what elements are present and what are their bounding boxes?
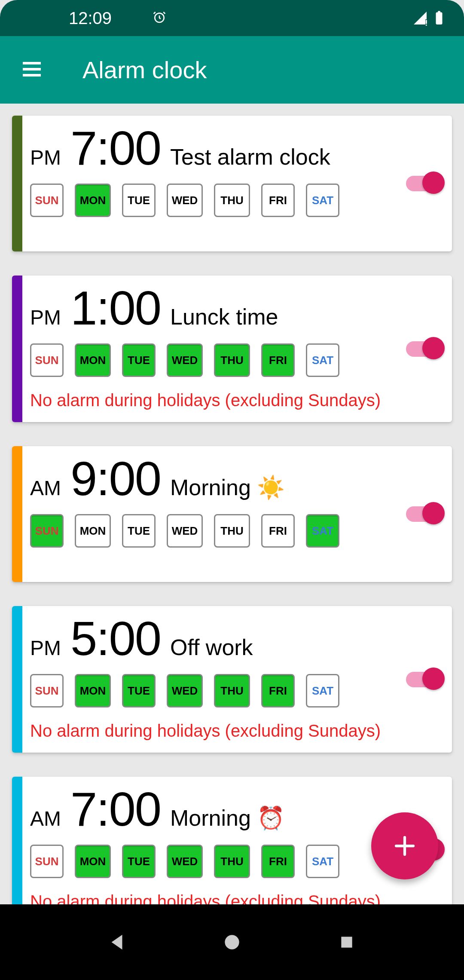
day-toggle-tue[interactable]: TUE	[122, 674, 156, 707]
alarm-time: 7:00	[70, 124, 161, 172]
app-bar: Alarm clock	[0, 36, 464, 104]
alarm-label: Test alarm clock	[170, 144, 330, 170]
day-toggle-wed[interactable]: WED	[167, 845, 203, 878]
alarm-time: 7:00	[70, 785, 161, 833]
day-toggle-thu[interactable]: THU	[214, 514, 250, 548]
alarm-toggle[interactable]	[406, 506, 442, 522]
alarm-toggle[interactable]	[406, 341, 442, 357]
alarm-color-bar	[12, 446, 22, 582]
alarm-card[interactable]: PM7:00Test alarm clockSUNMONTUEWEDTHUFRI…	[12, 116, 452, 251]
alarm-ampm: PM	[30, 636, 61, 660]
day-toggle-sat[interactable]: SAT	[306, 343, 339, 377]
alarm-ampm: AM	[30, 476, 61, 500]
day-toggle-sun[interactable]: SUN	[30, 674, 64, 707]
day-toggle-fri[interactable]: FRI	[261, 184, 295, 217]
day-toggle-thu[interactable]: THU	[214, 845, 250, 878]
day-toggle-tue[interactable]: TUE	[122, 184, 156, 217]
svg-point-3	[426, 24, 427, 26]
menu-icon[interactable]	[20, 57, 44, 83]
status-time: 12:09	[69, 9, 112, 28]
alarm-ampm: PM	[30, 306, 61, 329]
day-toggle-sat[interactable]: SAT	[306, 845, 339, 878]
alarm-time: 9:00	[70, 455, 161, 503]
battery-icon	[431, 10, 447, 26]
day-toggle-tue[interactable]: TUE	[122, 514, 156, 548]
day-toggle-wed[interactable]: WED	[167, 184, 203, 217]
alarm-label: Morning ⏰	[170, 805, 285, 831]
alarm-toggle[interactable]	[406, 176, 442, 191]
alarm-card[interactable]: AM9:00Morning ☀️SUNMONTUEWEDTHUFRISAT	[12, 446, 452, 582]
day-toggle-mon[interactable]: MON	[75, 674, 111, 707]
alarm-label: Morning ☀️	[170, 475, 285, 501]
svg-rect-5	[438, 11, 440, 13]
day-toggle-fri[interactable]: FRI	[261, 514, 295, 548]
day-toggle-mon[interactable]: MON	[75, 343, 111, 377]
day-toggle-sat[interactable]: SAT	[306, 184, 339, 217]
alarm-color-bar	[12, 777, 22, 923]
status-bar: 12:09	[0, 0, 464, 36]
day-toggle-sun[interactable]: SUN	[30, 343, 64, 377]
alarm-color-bar	[12, 606, 22, 753]
day-toggle-fri[interactable]: FRI	[261, 343, 295, 377]
alarm-note: No alarm during holidays (excluding Sund…	[30, 721, 383, 744]
nav-recent-icon[interactable]	[334, 929, 360, 955]
svg-rect-2	[426, 20, 427, 24]
day-toggle-wed[interactable]: WED	[167, 343, 203, 377]
day-toggle-sun[interactable]: SUN	[30, 514, 64, 548]
add-alarm-button[interactable]	[371, 812, 438, 879]
alarm-ampm: PM	[30, 146, 61, 169]
day-toggle-wed[interactable]: WED	[167, 514, 203, 548]
day-toggle-fri[interactable]: FRI	[261, 674, 295, 707]
day-toggle-sun[interactable]: SUN	[30, 184, 64, 217]
day-toggle-wed[interactable]: WED	[167, 674, 203, 707]
svg-point-6	[225, 935, 239, 949]
navigation-bar	[0, 904, 464, 980]
alarm-color-bar	[12, 116, 22, 251]
alarm-note: No alarm during holidays (excluding Sund…	[30, 391, 383, 413]
alarm-time: 1:00	[70, 284, 161, 332]
alarm-color-bar	[12, 276, 22, 422]
day-toggle-sat[interactable]: SAT	[306, 674, 339, 707]
day-toggle-tue[interactable]: TUE	[122, 343, 156, 377]
alarm-label: Lunck time	[170, 304, 278, 330]
alarm-card[interactable]: PM1:00Lunck timeSUNMONTUEWEDTHUFRISATNo …	[12, 276, 452, 422]
svg-rect-4	[436, 12, 443, 25]
alarm-label: Off work	[170, 634, 253, 660]
alarm-ampm: AM	[30, 807, 61, 830]
day-toggle-sat[interactable]: SAT	[306, 514, 339, 548]
day-toggle-fri[interactable]: FRI	[261, 845, 295, 878]
day-toggle-tue[interactable]: TUE	[122, 845, 156, 878]
day-toggle-thu[interactable]: THU	[214, 674, 250, 707]
page-title: Alarm clock	[82, 56, 207, 84]
nav-home-icon[interactable]	[219, 929, 245, 955]
day-toggle-sun[interactable]: SUN	[30, 845, 64, 878]
signal-icon	[412, 10, 428, 26]
alarm-indicator-icon	[153, 9, 166, 28]
day-toggle-mon[interactable]: MON	[75, 845, 111, 878]
day-toggle-mon[interactable]: MON	[75, 184, 111, 217]
alarm-card[interactable]: PM5:00Off workSUNMONTUEWEDTHUFRISATNo al…	[12, 606, 452, 753]
alarm-time: 5:00	[70, 615, 161, 663]
day-toggle-thu[interactable]: THU	[214, 343, 250, 377]
svg-rect-7	[341, 937, 352, 947]
nav-back-icon[interactable]	[104, 929, 130, 955]
day-toggle-mon[interactable]: MON	[75, 514, 111, 548]
alarm-toggle[interactable]	[406, 672, 442, 687]
day-toggle-thu[interactable]: THU	[214, 184, 250, 217]
